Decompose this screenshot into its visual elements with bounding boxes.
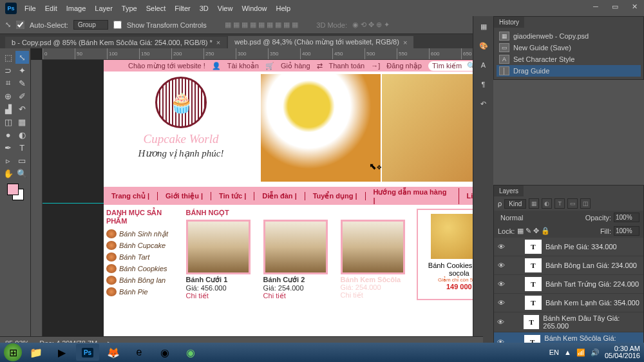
- visibility-icon[interactable]: 👁: [497, 243, 506, 251]
- shape-tool[interactable]: ▭: [15, 154, 30, 167]
- history-tab[interactable]: History: [494, 17, 524, 28]
- windows-taskbar: ⊞ 📁 ▶ Ps 🦊 e ◉ ◉ EN ▲ 📶 🔊 0:30 AM05/04/2…: [0, 343, 644, 362]
- firefox-icon[interactable]: 🦊: [102, 344, 125, 361]
- type-tool[interactable]: T: [15, 141, 30, 154]
- lock-label: Lock:: [498, 227, 515, 235]
- marquee-tool[interactable]: ⬚: [1, 51, 15, 64]
- type-layer-icon: T: [525, 277, 542, 291]
- wand-tool[interactable]: ✦: [15, 64, 30, 77]
- stamp-tool[interactable]: ▟: [1, 102, 15, 115]
- path-tool[interactable]: ▹: [1, 154, 15, 167]
- layer-row[interactable]: 👁TBánh Bông Lan Giá: 234.000: [494, 256, 643, 275]
- category-title: DANH MỤC SẢN PHẨM: [106, 209, 181, 225]
- gradient-tool[interactable]: ▦: [15, 115, 30, 128]
- filter-pixel-icon[interactable]: ▦: [529, 198, 539, 209]
- clock[interactable]: 0:30 AM05/04/2016: [605, 345, 640, 359]
- history-item[interactable]: ▭New Guide (Save): [497, 42, 641, 53]
- app-icon[interactable]: ◉: [179, 344, 202, 361]
- menu-view[interactable]: View: [218, 5, 233, 12]
- dodge-tool[interactable]: ◐: [15, 128, 30, 141]
- visibility-icon[interactable]: 👁: [497, 280, 506, 288]
- chrome-icon[interactable]: ◉: [153, 344, 176, 361]
- filter-shape-icon[interactable]: ▭: [567, 198, 578, 209]
- layer-row[interactable]: 👁TBánh Tart Trứng Giá: 224.000: [494, 275, 643, 294]
- category-item: Bánh Pie: [106, 286, 181, 298]
- login-link: Đăng nhập: [386, 62, 422, 70]
- document-tab-2[interactable]: web.psd @ 84,3% (Chào mừng tới websitet,…: [228, 36, 413, 48]
- show-transform-label: Show Transform Controls: [127, 21, 207, 29]
- filter-adjust-icon[interactable]: ◐: [542, 198, 552, 209]
- menu-type[interactable]: Type: [122, 5, 137, 12]
- maximize-button[interactable]: ▭: [605, 0, 625, 13]
- menu-layer[interactable]: Layer: [95, 5, 113, 12]
- layer-name: Bánh Pie Giá: 334.000: [545, 243, 617, 251]
- category-item: Bánh Bông lan: [106, 274, 181, 286]
- tray-flag-icon[interactable]: ▲: [564, 348, 571, 356]
- category-item: Bánh Tart: [106, 251, 181, 263]
- checkout-link: Thanh toán: [329, 62, 365, 70]
- opacity-input[interactable]: [614, 213, 639, 222]
- zoom-tool[interactable]: 🔍: [15, 167, 30, 180]
- layer-row[interactable]: 👁TBánh Kem Dâu Tây Giá: 265.000: [494, 312, 643, 332]
- brush-tool[interactable]: ✐: [15, 90, 30, 102]
- layer-row[interactable]: 👁TBánh Kem Lạnh Giá: 354.000: [494, 294, 643, 312]
- start-button[interactable]: ⊞: [4, 343, 22, 361]
- menu-select[interactable]: Select: [146, 5, 166, 12]
- dock-icon[interactable]: A: [477, 59, 490, 71]
- tab-close-icon[interactable]: ×: [216, 39, 220, 46]
- dock-icon[interactable]: ↶: [477, 97, 490, 110]
- dock-icon[interactable]: ▦: [477, 20, 490, 33]
- tray-network-icon[interactable]: 📶: [576, 348, 585, 357]
- menu-file[interactable]: File: [24, 5, 36, 12]
- product-card: Bánh Cưới 1Giá: 456.000Chi tiết: [186, 220, 257, 300]
- layer-row[interactable]: 👁TBánh Pie Giá: 334.000: [494, 238, 643, 256]
- menu-3d[interactable]: 3D: [200, 5, 209, 12]
- lang-indicator[interactable]: EN: [549, 348, 559, 356]
- color-swatch[interactable]: [7, 184, 24, 200]
- tray-sound-icon[interactable]: 🔊: [591, 348, 600, 357]
- history-file[interactable]: ▦giaodienweb - Copy.psd: [497, 30, 641, 42]
- eyedropper-tool[interactable]: ✎: [15, 77, 30, 90]
- blur-tool[interactable]: ●: [1, 128, 15, 141]
- visibility-icon[interactable]: 👁: [497, 262, 506, 269]
- fill-input[interactable]: [614, 226, 639, 236]
- eraser-tool[interactable]: ◫: [1, 115, 15, 128]
- document-tab-1[interactable]: b - Copy.psd @ 85% (Bánh Kem Sôcôla Giá:…: [5, 37, 227, 48]
- filter-kind-dropdown[interactable]: Kind: [504, 199, 526, 209]
- close-button[interactable]: ✕: [625, 0, 644, 13]
- media-icon[interactable]: ▶: [50, 344, 73, 361]
- auto-select-checkbox[interactable]: [16, 21, 24, 29]
- dock-icon[interactable]: 🎨: [477, 39, 490, 52]
- dock-icon[interactable]: ¶: [477, 78, 490, 91]
- lasso-tool[interactable]: ⊃: [1, 64, 15, 77]
- move-tool-icon: ⤡: [5, 21, 11, 29]
- menu-edit[interactable]: Edit: [45, 5, 57, 12]
- menu-window[interactable]: Window: [242, 5, 267, 12]
- menu-help[interactable]: Help: [276, 5, 291, 12]
- hand-tool[interactable]: ✋: [1, 167, 15, 180]
- tab-close-icon[interactable]: ×: [403, 39, 407, 46]
- show-transform-checkbox[interactable]: [113, 21, 122, 29]
- menu-filter[interactable]: Filter: [175, 5, 190, 12]
- history-brush-tool[interactable]: ↶: [15, 102, 30, 115]
- history-item[interactable]: │Drag Guide: [497, 65, 641, 77]
- menu-image[interactable]: Image: [66, 5, 86, 12]
- menubar: Ps File Edit Image Layer Type Select Fil…: [0, 0, 644, 16]
- ie-icon[interactable]: e: [128, 344, 151, 361]
- category-item: Bánh Cupcake: [106, 240, 181, 251]
- explorer-icon[interactable]: 📁: [24, 344, 48, 361]
- crop-tool[interactable]: ⌗: [1, 77, 15, 90]
- filter-smart-icon[interactable]: ◫: [580, 198, 591, 209]
- photoshop-taskbar-icon[interactable]: Ps: [76, 344, 99, 361]
- move-tool[interactable]: ⤡: [15, 51, 30, 64]
- visibility-icon[interactable]: 👁: [497, 318, 505, 326]
- minimize-button[interactable]: ─: [586, 0, 605, 13]
- filter-type-icon[interactable]: T: [554, 198, 565, 209]
- history-item[interactable]: ASet Character Style: [497, 53, 641, 65]
- visibility-icon[interactable]: 👁: [497, 299, 506, 307]
- pen-tool[interactable]: ✒: [1, 141, 15, 154]
- blend-mode-dropdown[interactable]: Normal: [498, 213, 536, 222]
- heal-tool[interactable]: ⊕: [1, 90, 15, 102]
- auto-select-dropdown[interactable]: Group: [73, 20, 108, 30]
- layers-tab[interactable]: Layers: [494, 186, 524, 196]
